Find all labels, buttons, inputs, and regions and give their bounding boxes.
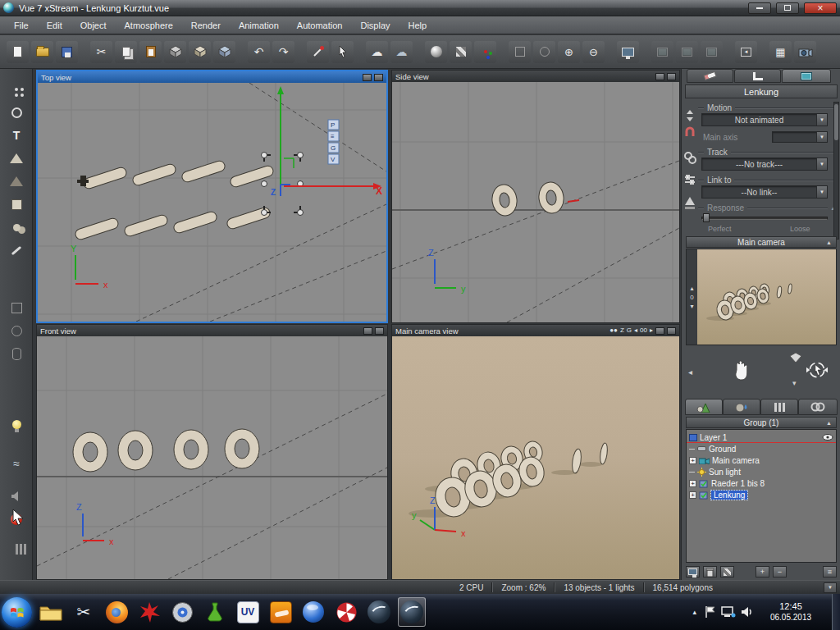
exposure-up-icon[interactable]: ▴ xyxy=(690,285,693,292)
taskbar-uv-app[interactable]: UV xyxy=(234,597,262,627)
camera-step-back-icon[interactable]: ◂ xyxy=(688,368,692,377)
text-tool-button[interactable]: T xyxy=(6,125,27,146)
tree-item-lenkung[interactable]: + Lenkung xyxy=(687,489,836,500)
quality-dots-icon[interactable]: ●● xyxy=(609,327,618,334)
tab-numerics[interactable] xyxy=(734,69,781,83)
viewport-front-options-icon[interactable] xyxy=(375,327,384,335)
terrain-tool-button[interactable] xyxy=(6,148,27,169)
sound-tool-button[interactable] xyxy=(6,486,27,507)
layout-quad-button[interactable] xyxy=(701,41,723,63)
render-button[interactable] xyxy=(794,41,816,63)
tab-animation[interactable] xyxy=(782,69,831,83)
main-axis-dropdown[interactable]: ▼ xyxy=(772,131,828,143)
zoom-status[interactable]: Zoom : 62% xyxy=(501,583,546,592)
menu-file[interactable]: File xyxy=(5,18,38,33)
viewport-top-options-icon[interactable] xyxy=(374,74,383,81)
viewport-top-display-icon[interactable] xyxy=(363,74,372,81)
scene-objects[interactable] xyxy=(491,180,579,217)
maximize-button[interactable] xyxy=(776,2,799,14)
main-axis-dropdown-arrow-icon[interactable]: ▼ xyxy=(816,132,827,142)
menu-atmosphere[interactable]: Atmosphere xyxy=(116,18,182,33)
camera-panel-header[interactable]: Main camera ▲ xyxy=(686,236,837,248)
properties-scrollbar[interactable] xyxy=(833,102,839,240)
camera-panel-collapse-icon[interactable]: ▲ xyxy=(826,240,832,245)
expander-icon[interactable]: + xyxy=(689,491,696,499)
taskbar-snipping-tool[interactable]: ✂ xyxy=(70,597,98,627)
show-desktop-button[interactable] xyxy=(832,594,840,630)
menu-edit[interactable]: Edit xyxy=(38,18,71,33)
world-browser-collapse-icon[interactable]: ▲ xyxy=(826,420,832,426)
front-view-canvas[interactable]: Z x xyxy=(37,336,387,579)
tree-item-sun-light[interactable]: Sun light xyxy=(687,466,836,477)
sliders-icon[interactable] xyxy=(685,176,695,184)
status-options-icon[interactable]: ▼ xyxy=(824,582,837,593)
layer-visibility-eye-icon[interactable] xyxy=(822,434,833,441)
viewport-front-display-icon[interactable] xyxy=(363,327,372,335)
viewport-camera-display-icon[interactable] xyxy=(655,327,664,335)
taskbar-flask-app[interactable] xyxy=(201,597,229,627)
camera-preview-image[interactable] xyxy=(697,249,836,345)
frame-forward-icon[interactable]: ▸ xyxy=(650,327,653,334)
zoom-out-button[interactable]: ⊖ xyxy=(582,41,605,63)
taskbar-clock[interactable]: 12:45 06.05.2013 xyxy=(758,600,824,623)
response-slider[interactable] xyxy=(701,217,828,220)
viewport-front[interactable]: Front view xyxy=(36,324,388,580)
transform-gizmo[interactable]: Z X xyxy=(271,86,382,197)
property-side-icons[interactable] xyxy=(683,108,696,231)
dolly-down-icon[interactable]: ▾ xyxy=(792,379,797,387)
wire-sphere-tool-button[interactable] xyxy=(6,320,27,341)
menu-help[interactable]: Help xyxy=(399,18,436,33)
taskbar-vue-running[interactable] xyxy=(398,597,426,627)
material-picker-button[interactable] xyxy=(450,41,472,63)
transform-handles-icon[interactable] xyxy=(687,110,693,121)
undo-button[interactable]: ↶ xyxy=(248,41,270,63)
save-file-button[interactable] xyxy=(56,41,78,63)
zoom-in-button[interactable]: ⊕ xyxy=(558,41,580,63)
tab-library[interactable] xyxy=(760,399,798,415)
network-icon[interactable] xyxy=(721,606,736,618)
menu-automation[interactable]: Automation xyxy=(288,18,352,33)
minimize-button[interactable] xyxy=(748,2,771,14)
browser-options-button[interactable]: ≡ xyxy=(823,566,837,578)
metablob-button[interactable] xyxy=(6,217,27,238)
display-mode-button[interactable] xyxy=(686,566,700,578)
paste-button[interactable] xyxy=(139,41,162,63)
taskbar-firefox[interactable] xyxy=(103,597,130,627)
duplicate-object-button[interactable] xyxy=(164,41,186,63)
carve-tool-button[interactable] xyxy=(6,240,27,261)
taskbar-red-app[interactable] xyxy=(135,597,163,627)
open-file-button[interactable] xyxy=(31,41,53,63)
taskbar-blue-orb-app[interactable] xyxy=(299,597,327,627)
taskbar-explorer[interactable] xyxy=(37,597,65,627)
copy-button[interactable] xyxy=(115,41,137,63)
viewport-side-display-icon[interactable] xyxy=(655,73,664,80)
new-document-button[interactable] xyxy=(7,41,29,63)
grid-toggle[interactable]: G xyxy=(627,327,632,334)
close-button[interactable]: × xyxy=(804,2,837,14)
action-center-flag-icon[interactable] xyxy=(705,605,716,619)
response-section-header[interactable]: Response ▴ xyxy=(698,203,834,212)
properties-scrollbar-thumb[interactable] xyxy=(834,104,838,140)
cylinder-tool-button[interactable] xyxy=(6,343,27,364)
expand-all-button[interactable]: + xyxy=(756,566,769,578)
menu-render[interactable]: Render xyxy=(182,18,230,33)
viewport-top[interactable]: Top view xyxy=(36,70,388,323)
frame-back-icon[interactable]: ◂ xyxy=(634,327,637,334)
orbit-icon[interactable] xyxy=(806,359,828,381)
procedural-terrain-button[interactable] xyxy=(6,171,27,192)
depth-toggle[interactable]: Z xyxy=(620,327,624,334)
motion-dropdown[interactable]: Not animated ▼ xyxy=(701,113,828,126)
lasso-tool-button[interactable] xyxy=(6,102,27,123)
chain-link-icon[interactable] xyxy=(685,153,696,163)
replicate-object-button[interactable] xyxy=(189,41,211,63)
motion-dropdown-arrow-icon[interactable]: ▼ xyxy=(816,114,827,126)
response-slider-handle[interactable] xyxy=(703,213,710,222)
light-tool-button[interactable] xyxy=(6,413,27,435)
gizmo-button-p[interactable]: P xyxy=(331,121,335,129)
viewport-camera-options-icon[interactable] xyxy=(667,327,676,335)
layout-single-button[interactable] xyxy=(651,41,673,63)
render-preview-button[interactable] xyxy=(425,41,447,63)
collapse-all-button[interactable]: − xyxy=(773,566,787,578)
function-editor-button[interactable] xyxy=(6,538,27,559)
add-cloud-layer-button[interactable]: ☁ xyxy=(390,41,413,63)
